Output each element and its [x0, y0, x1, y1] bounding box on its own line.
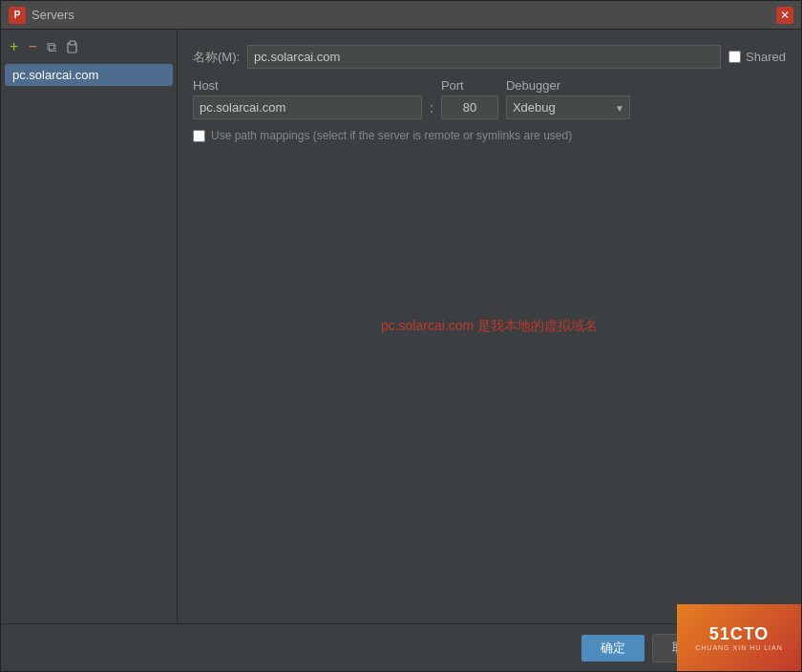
- shared-checkbox[interactable]: [728, 51, 741, 63]
- brand-watermark: 51CTO CHUANG XIN HU LIAN: [677, 604, 801, 671]
- debugger-label: Debugger: [506, 78, 630, 93]
- title-bar-left: P Servers: [9, 7, 74, 24]
- path-mapping-checkbox[interactable]: [193, 130, 205, 142]
- confirm-button[interactable]: 确定: [581, 635, 644, 662]
- add-server-button[interactable]: +: [7, 37, 21, 56]
- shared-checkbox-label[interactable]: Shared: [728, 50, 786, 64]
- debugger-group: Debugger Xdebug Zend Debugger: [506, 78, 630, 119]
- copy-server-button[interactable]: ⧉: [44, 38, 59, 56]
- host-group: Host: [193, 78, 422, 119]
- debugger-select[interactable]: Xdebug Zend Debugger: [506, 95, 630, 119]
- paste-server-button[interactable]: [63, 39, 82, 54]
- brand-logo: 51CTO: [709, 624, 770, 644]
- sidebar: + − ⧉ pc.solarcai.com: [1, 30, 178, 623]
- server-list-item[interactable]: pc.solarcai.com: [5, 64, 173, 86]
- host-label: Host: [193, 78, 422, 93]
- path-mapping-text: Use path mappings (select if the server …: [211, 129, 572, 142]
- name-input[interactable]: [247, 45, 721, 69]
- host-input[interactable]: [193, 95, 422, 119]
- remove-server-button[interactable]: −: [25, 37, 39, 56]
- brand-sub: CHUANG XIN HU LIAN: [695, 644, 783, 651]
- window-title: Servers: [32, 8, 74, 22]
- title-bar: P Servers ✕: [1, 1, 801, 30]
- app-icon: P: [9, 7, 26, 24]
- servers-dialog: P Servers ✕ + − ⧉ pc.solarcai.com: [0, 0, 802, 672]
- host-port-debugger-row: Host : Port Debugger Xdebug Zend Debugge…: [193, 78, 786, 119]
- port-input[interactable]: [441, 95, 498, 119]
- colon-separator: :: [430, 100, 433, 119]
- close-button[interactable]: ✕: [776, 7, 793, 24]
- content-area: + − ⧉ pc.solarcai.com 名称(M):: [1, 30, 801, 623]
- port-group: Port: [441, 78, 498, 119]
- server-list: pc.solarcai.com: [5, 64, 173, 86]
- port-label: Port: [441, 78, 498, 93]
- svg-rect-1: [70, 41, 75, 45]
- main-panel: 名称(M): Shared Host : Port: [178, 30, 801, 623]
- center-note: pc.solarcai.com 是我本地的虚拟域名: [381, 318, 598, 335]
- sidebar-toolbar: + − ⧉: [5, 37, 173, 64]
- name-label: 名称(M):: [193, 49, 240, 66]
- name-row: 名称(M): Shared: [193, 45, 786, 69]
- path-mapping-row: Use path mappings (select if the server …: [193, 129, 786, 142]
- debugger-select-wrapper: Xdebug Zend Debugger: [506, 95, 630, 119]
